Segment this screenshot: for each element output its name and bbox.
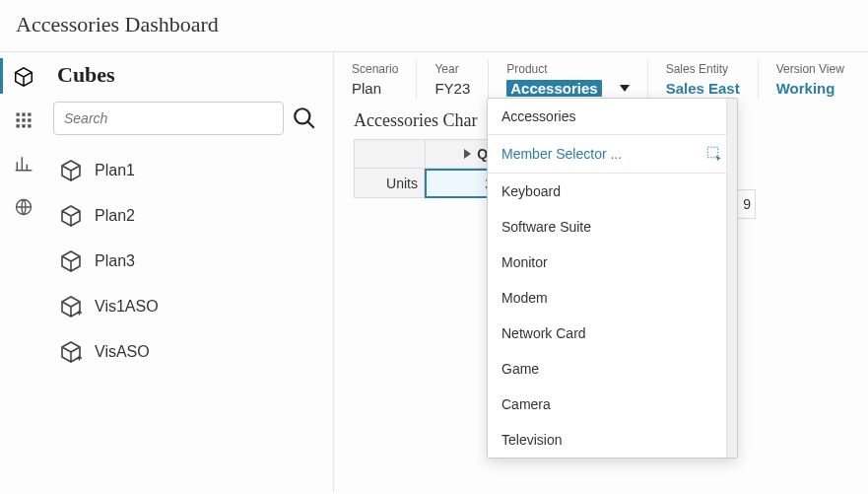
sidebar: Cubes Plan1 Plan2 Plan3 Vis1ASO VisASO <box>47 52 333 492</box>
dropdown-member-selector[interactable]: Member Selector ... <box>488 135 737 174</box>
dropdown-item[interactable]: Camera <box>488 387 737 422</box>
cube-list: Plan1 Plan2 Plan3 Vis1ASO VisASO <box>53 145 317 372</box>
dropdown-item[interactable]: Television <box>488 422 737 458</box>
main-panel: Scenario Plan Year FY23 Product Accessor… <box>333 52 868 492</box>
pov-label: Sales Entity <box>666 62 740 76</box>
dropdown-item[interactable]: Keyboard <box>488 174 737 209</box>
cube-item-vis1aso[interactable]: Vis1ASO <box>53 287 317 326</box>
cube-item-plan1[interactable]: Plan1 <box>53 151 317 190</box>
pov-value-selected: Accessories <box>506 80 629 97</box>
pov-value: FY23 <box>434 80 470 97</box>
pov-product[interactable]: Product Accessories <box>489 60 647 99</box>
rail-cube-icon[interactable] <box>13 66 34 88</box>
sidebar-heading: Cubes <box>53 62 317 88</box>
cube-item-visaso[interactable]: VisASO <box>53 332 317 372</box>
dropdown-item[interactable]: Monitor <box>488 245 737 280</box>
pov-value: Working <box>776 80 844 97</box>
dropdown-item[interactable]: Network Card <box>488 316 737 351</box>
pov-label: Year <box>434 62 470 76</box>
search-input[interactable] <box>53 102 284 135</box>
pov-label: Version View <box>776 62 844 76</box>
cube-item-plan2[interactable]: Plan2 <box>53 196 317 236</box>
pov-year[interactable]: Year FY23 <box>417 60 489 99</box>
grid-row-header[interactable]: Units <box>354 169 425 198</box>
dropdown-item[interactable]: Modem <box>488 280 737 316</box>
grid-trailing-cell: 9 <box>738 189 756 219</box>
pov-product-token: Accessories <box>506 80 601 97</box>
pov-label: Scenario <box>352 62 398 76</box>
page-title: Accessories Dashboard <box>0 0 868 51</box>
member-selector-label: Member Selector ... <box>501 146 622 162</box>
grid-corner <box>354 139 425 169</box>
rail-chart-icon[interactable] <box>13 153 34 175</box>
icon-rail <box>0 52 47 492</box>
pov-value: Sales East <box>666 80 740 97</box>
pov-sales-entity[interactable]: Sales Entity Sales East <box>648 60 759 99</box>
rail-globe-icon[interactable] <box>13 196 34 218</box>
pov-value: Plan <box>352 80 398 97</box>
dropdown-item[interactable]: Game <box>488 351 737 387</box>
pov-version-view[interactable]: Version View Working <box>759 60 862 99</box>
caret-down-icon[interactable] <box>620 85 630 92</box>
cube-label: Plan2 <box>95 207 135 225</box>
cube-label: Vis1ASO <box>95 298 159 316</box>
cube-label: Plan1 <box>95 162 135 179</box>
search-icon[interactable] <box>292 106 317 131</box>
cube-label: Plan3 <box>95 252 135 270</box>
pov-label: Product <box>506 62 629 76</box>
dropdown-item[interactable]: Software Suite <box>488 209 737 245</box>
cube-label: VisASO <box>95 343 150 361</box>
cube-item-plan3[interactable]: Plan3 <box>53 242 317 281</box>
rail-grid-icon[interactable] <box>13 109 34 131</box>
member-selector-icon <box>705 145 723 163</box>
pov-scenario[interactable]: Scenario Plan <box>334 60 417 99</box>
dropdown-item-accessories[interactable]: Accessories <box>488 99 737 135</box>
product-dropdown[interactable]: Accessories Member Selector ... Keyboard… <box>487 98 738 459</box>
expand-icon[interactable] <box>464 149 471 159</box>
